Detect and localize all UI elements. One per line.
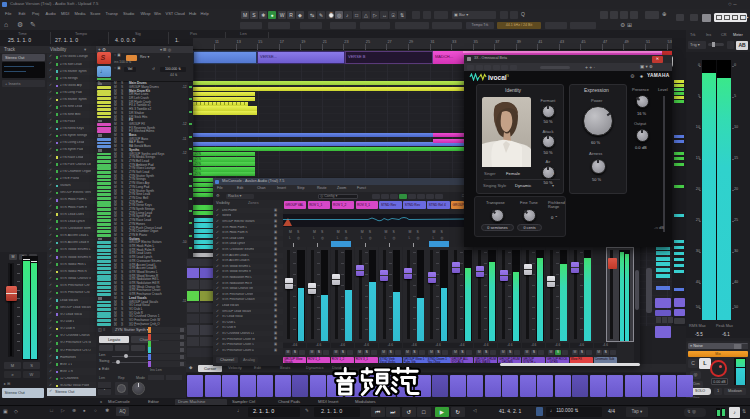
svg-text:TM: TM <box>506 74 510 78</box>
svg-text:ivocal: ivocal <box>488 74 507 81</box>
